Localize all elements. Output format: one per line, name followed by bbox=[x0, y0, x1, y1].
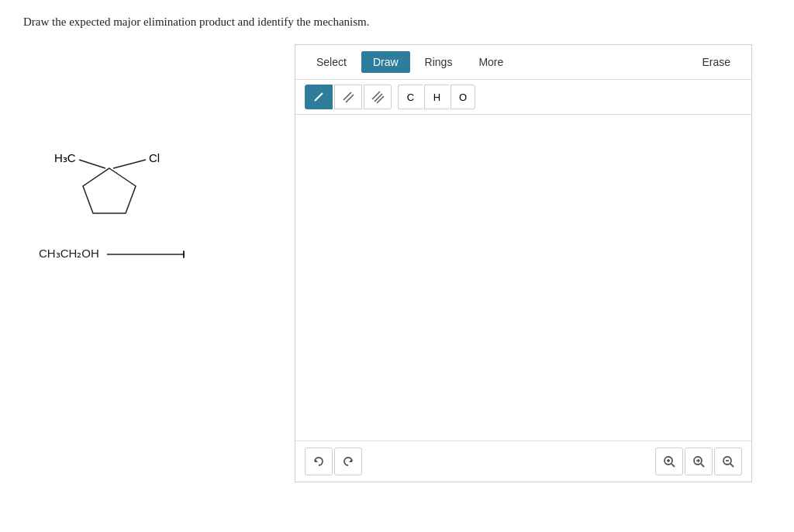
svg-line-7 bbox=[377, 96, 384, 103]
svg-line-15 bbox=[701, 464, 704, 467]
molecule-area: H₃C Cl CH₃CH₂OH bbox=[31, 91, 186, 261]
reagent-text: CH₃CH₂OH bbox=[39, 247, 99, 261]
single-bond-button[interactable] bbox=[305, 85, 333, 109]
reaction-row: CH₃CH₂OH bbox=[39, 246, 185, 261]
zoom-out-icon bbox=[721, 454, 735, 468]
canvas-area[interactable] bbox=[295, 115, 751, 440]
zoom-out-button[interactable] bbox=[714, 447, 742, 475]
hydrogen-button[interactable]: H bbox=[424, 85, 449, 109]
select-button[interactable]: Select bbox=[305, 51, 358, 73]
arrow-container bbox=[107, 246, 185, 261]
cl-label: Cl bbox=[149, 151, 160, 164]
left-panel: H₃C Cl CH₃CH₂OH bbox=[23, 44, 295, 277]
cyclopentane-ring bbox=[83, 168, 136, 213]
zoom-in-button[interactable] bbox=[655, 447, 683, 475]
more-button[interactable]: More bbox=[467, 51, 515, 73]
undo-button[interactable] bbox=[305, 447, 333, 475]
main-content: H₃C Cl CH₃CH₂OH bbox=[23, 44, 771, 482]
zoom-in-icon bbox=[662, 454, 676, 468]
top-toolbar: Select Draw Rings More Erase bbox=[295, 45, 751, 80]
draw-button[interactable]: Draw bbox=[361, 51, 410, 73]
triple-bond-button[interactable] bbox=[364, 85, 392, 109]
bond-toolbar: C H O bbox=[295, 80, 751, 115]
triple-bond-icon bbox=[371, 90, 385, 104]
instructions-text: Draw the expected major elimination prod… bbox=[23, 16, 771, 29]
undo-icon bbox=[312, 454, 326, 468]
carbon-button[interactable]: C bbox=[398, 85, 423, 109]
svg-line-11 bbox=[671, 464, 675, 467]
redo-button[interactable] bbox=[334, 447, 362, 475]
cl-bond bbox=[113, 160, 146, 168]
oxygen-button[interactable]: O bbox=[451, 85, 475, 109]
bottom-toolbar bbox=[295, 440, 751, 482]
reaction-arrow-svg bbox=[107, 246, 185, 261]
double-bond-button[interactable] bbox=[334, 85, 362, 109]
zoom-reset-icon bbox=[692, 454, 706, 468]
zoom-reset-button[interactable] bbox=[685, 447, 713, 475]
undo-redo-group bbox=[305, 447, 362, 475]
svg-marker-1 bbox=[183, 250, 185, 258]
svg-line-17 bbox=[730, 464, 734, 467]
zoom-group bbox=[655, 447, 742, 475]
single-bond-icon bbox=[312, 90, 326, 104]
svg-line-2 bbox=[315, 93, 323, 101]
draw-panel: Select Draw Rings More Erase bbox=[295, 44, 752, 482]
h3c-bond bbox=[79, 160, 105, 168]
rings-button[interactable]: Rings bbox=[413, 51, 464, 73]
erase-button[interactable]: Erase bbox=[690, 51, 742, 73]
molecule-svg: H₃C Cl bbox=[31, 91, 186, 230]
double-bond-icon bbox=[341, 90, 355, 104]
h3c-label: H₃C bbox=[54, 151, 76, 164]
redo-icon bbox=[341, 454, 355, 468]
